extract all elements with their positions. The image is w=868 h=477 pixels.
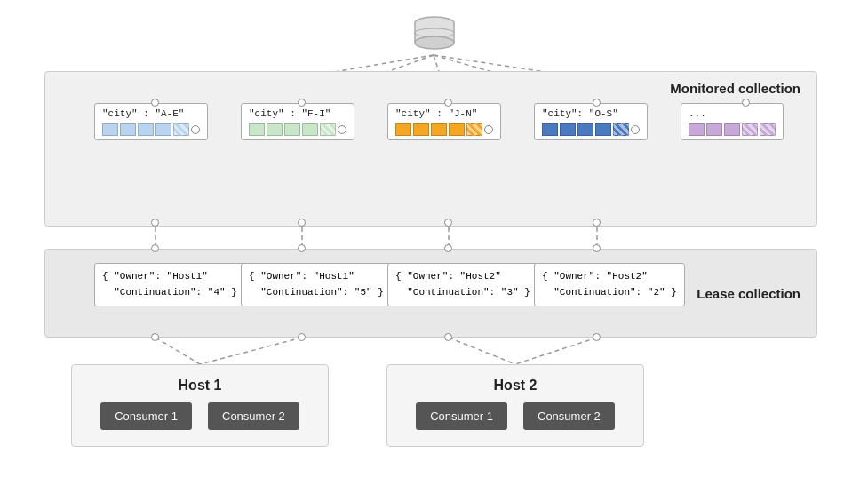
block (706, 123, 722, 136)
host1-consumer1-button[interactable]: Consumer 1 (100, 402, 192, 430)
lease-continuation-2: "Continuation": "5" } (249, 285, 384, 301)
dot-l4-bottom (593, 333, 601, 341)
lease-card-4: { "Owner": "Host2" "Continuation": "2" } (534, 263, 685, 306)
block-hatched (613, 123, 629, 136)
lease-continuation-1: "Continuation": "4" } (102, 285, 237, 301)
host2-consumer1-button[interactable]: Consumer 1 (416, 402, 507, 430)
block (284, 123, 300, 136)
block (267, 123, 283, 136)
block-hatched (760, 123, 776, 136)
partition-blocks-ae (102, 123, 200, 136)
host2-consumer2-button[interactable]: Consumer 2 (523, 402, 615, 430)
block (542, 123, 558, 136)
partition-blocks-os (542, 123, 640, 136)
lease-continuation-3: "Continuation": "3" } (395, 285, 530, 301)
partition-label-fi: "city" : "F-I" (249, 108, 346, 119)
dot-p5-top (742, 99, 750, 107)
lease-card-3: { "Owner": "Host2" "Continuation": "3" } (387, 263, 538, 306)
block (102, 123, 118, 136)
block (560, 123, 576, 136)
partition-blocks-fi (249, 123, 346, 136)
partition-card-ae: "city" : "A-E" (94, 103, 208, 140)
svg-line-10 (155, 338, 200, 364)
lease-continuation-4: "Continuation": "2" } (542, 285, 677, 301)
partition-card-fi: "city" : "F-I" (241, 103, 354, 140)
dot-p4-top (593, 99, 601, 107)
dot-p3-bottom (444, 219, 452, 227)
partition-card-os: "city": "O-S" (534, 103, 648, 140)
dot-p1-bottom (151, 219, 159, 227)
dot-p4-bottom (593, 219, 601, 227)
connector-dot (631, 125, 640, 134)
dot-l2-top (298, 244, 306, 252)
lease-owner-4: { "Owner": "Host2" (542, 269, 677, 285)
dot-l2-bottom (298, 333, 306, 341)
block (395, 123, 411, 136)
partition-label-os: "city": "O-S" (542, 108, 640, 119)
connector-dot (338, 125, 346, 134)
block (120, 123, 136, 136)
dot-p3-top (444, 99, 452, 107)
block (689, 123, 705, 136)
host1-title: Host 1 (90, 378, 310, 394)
diagram-container: Monitored collection "city" : "A-E" "cit… (0, 0, 868, 477)
block (413, 123, 429, 136)
host2-box: Host 2 Consumer 1 Consumer 2 (386, 364, 644, 447)
block (155, 123, 171, 136)
svg-line-11 (200, 338, 302, 364)
dot-l3-top (444, 244, 452, 252)
lease-owner-2: { "Owner": "Host1" (249, 269, 384, 285)
partition-label-ae: "city" : "A-E" (102, 108, 200, 119)
connector-dot (191, 125, 200, 134)
svg-line-12 (449, 338, 515, 364)
block (431, 123, 447, 136)
lease-owner-1: { "Owner": "Host1" (102, 269, 237, 285)
block-hatched (466, 123, 482, 136)
partition-blocks-rest (689, 123, 776, 136)
dot-l3-bottom (444, 333, 452, 341)
block (302, 123, 318, 136)
partition-label-rest: ... (689, 108, 776, 119)
partition-blocks-jn (395, 123, 493, 136)
partition-card-jn: "city" : "J-N" (387, 103, 501, 140)
block (249, 123, 265, 136)
block (449, 123, 465, 136)
block-hatched (320, 123, 336, 136)
dot-l4-top (593, 244, 601, 252)
block-hatched (173, 123, 189, 136)
monitored-collection-label: Monitored collection (670, 81, 800, 96)
host1-consumer2-button[interactable]: Consumer 2 (208, 402, 299, 430)
svg-line-13 (515, 338, 597, 364)
lease-collection-box: Lease collection { "Owner": "Host1" "Con… (44, 249, 817, 338)
monitored-collection-box: Monitored collection "city" : "A-E" "cit… (44, 71, 817, 227)
host2-title: Host 2 (405, 378, 625, 394)
dot-p1-top (151, 99, 159, 107)
host2-consumers-row: Consumer 1 Consumer 2 (405, 402, 625, 430)
block (724, 123, 740, 136)
lease-owner-3: { "Owner": "Host2" (395, 269, 530, 285)
dot-l1-top (151, 244, 159, 252)
lease-collection-label: Lease collection (697, 286, 800, 301)
block (595, 123, 611, 136)
block (138, 123, 154, 136)
host1-consumers-row: Consumer 1 Consumer 2 (90, 402, 310, 430)
dot-p2-top (298, 99, 306, 107)
dot-l1-bottom (151, 333, 159, 341)
svg-point-19 (415, 36, 454, 49)
connector-dot (484, 125, 493, 134)
lease-card-1: { "Owner": "Host1" "Continuation": "4" } (94, 263, 245, 306)
partition-label-jn: "city" : "J-N" (395, 108, 493, 119)
dot-p2-bottom (298, 219, 306, 227)
lease-card-2: { "Owner": "Host1" "Continuation": "5" } (241, 263, 392, 306)
partition-card-rest: ... (681, 103, 784, 140)
block (577, 123, 593, 136)
block-hatched (742, 123, 758, 136)
database-icon (410, 16, 458, 58)
host1-box: Host 1 Consumer 1 Consumer 2 (71, 364, 329, 447)
